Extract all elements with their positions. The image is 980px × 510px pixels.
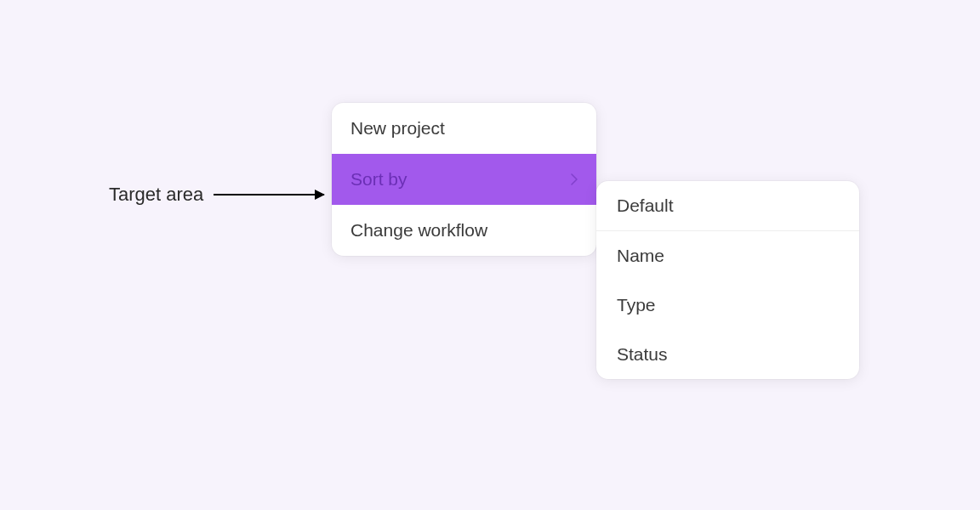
submenu-item-name[interactable]: Name (596, 231, 859, 280)
chevron-right-icon (571, 173, 578, 185)
menu-item-sort-by[interactable]: Sort by (332, 154, 596, 205)
context-menu: New project Sort by Change workflow (332, 103, 596, 256)
menu-item-label: Change workflow (350, 220, 487, 241)
annotation-label: Target area (109, 184, 203, 206)
submenu-item-label: Type (617, 295, 656, 315)
menu-item-change-workflow[interactable]: Change workflow (332, 205, 596, 256)
menu-item-label: New project (350, 118, 445, 139)
submenu-item-type[interactable]: Type (596, 280, 859, 330)
menu-item-new-project[interactable]: New project (332, 103, 596, 154)
sort-by-submenu: Default Name Type Status (596, 181, 859, 379)
submenu-item-label: Name (617, 246, 664, 266)
submenu-item-default[interactable]: Default (596, 181, 859, 231)
submenu-item-label: Status (617, 344, 668, 365)
menu-item-label: Sort by (350, 169, 407, 190)
submenu-item-status[interactable]: Status (596, 330, 859, 379)
target-area-annotation: Target area (109, 184, 324, 206)
arrow-icon (214, 194, 324, 196)
submenu-item-label: Default (617, 196, 674, 216)
